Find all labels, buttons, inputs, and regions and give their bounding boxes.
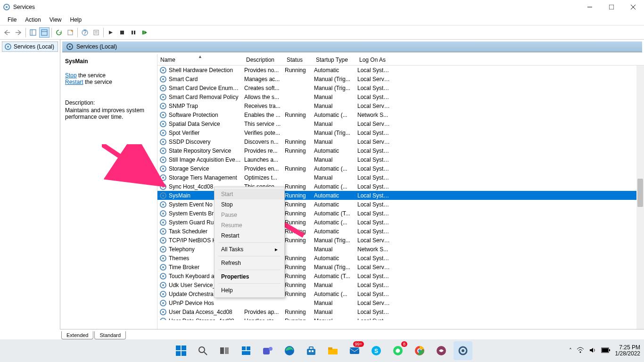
context-stop[interactable]: Stop — [215, 199, 284, 210]
column-status[interactable]: Status — [284, 55, 313, 65]
cell-description: This service ... — [244, 121, 285, 127]
context-refresh[interactable]: Refresh — [215, 258, 284, 268]
taskbar: 99+ S 8 ˄ 7:25 PM 1/28/2022 — [0, 339, 644, 362]
stop-service-button[interactable] — [117, 27, 127, 38]
cell-logon: Network S... — [357, 112, 393, 118]
chrome-icon[interactable] — [410, 341, 429, 360]
cell-logon: Local Syste... — [357, 174, 393, 181]
service-row[interactable]: Smart Card Removal PolicyAllows the s...… — [157, 92, 644, 101]
restart-service-button[interactable] — [140, 27, 150, 38]
start-button[interactable] — [172, 341, 190, 360]
tab-standard[interactable]: Standard — [94, 331, 126, 339]
edge-icon[interactable] — [280, 341, 299, 360]
service-row[interactable]: User Data Access_4cd08Provides ap...Runn… — [157, 307, 644, 316]
mail-icon[interactable]: 99+ — [345, 341, 364, 360]
scrollbar-thumb[interactable] — [637, 179, 643, 207]
tree-item-services-local[interactable]: Services (Local) — [2, 41, 58, 52]
service-icon — [159, 111, 167, 119]
cell-logon: Local Service — [357, 103, 393, 109]
maximize-button[interactable] — [601, 0, 622, 14]
file-explorer-icon[interactable] — [323, 341, 342, 360]
teams-icon[interactable] — [258, 341, 277, 360]
service-row[interactable]: Spatial Data ServiceThis service ...Manu… — [157, 119, 644, 128]
menu-file[interactable]: File — [4, 16, 20, 24]
context-all-tasks[interactable]: All Tasks▸ — [215, 244, 284, 255]
description-text: Maintains and improves system performanc… — [65, 107, 152, 120]
menu-help[interactable]: Help — [66, 16, 86, 24]
service-row[interactable]: User Data Storage_4cd08Handles sto...Run… — [157, 316, 644, 320]
wifi-icon[interactable] — [577, 346, 584, 355]
cell-status: Running — [285, 67, 314, 74]
context-restart[interactable]: Restart — [215, 230, 284, 241]
service-row[interactable]: State Repository ServiceProvides re...Ru… — [157, 146, 644, 155]
vertical-scrollbar[interactable] — [636, 66, 644, 329]
service-row[interactable]: Software ProtectionEnables the ...Runnin… — [157, 110, 644, 119]
export-list-button[interactable] — [65, 27, 75, 38]
forward-button[interactable] — [13, 27, 24, 38]
svg-rect-13 — [94, 30, 99, 35]
skype-icon[interactable]: S — [367, 341, 386, 360]
task-view-button[interactable] — [215, 341, 234, 360]
show-hide-results-button[interactable] — [39, 27, 50, 38]
store-icon[interactable] — [302, 341, 321, 360]
restart-service-link[interactable]: Restart — [65, 79, 83, 85]
menu-view[interactable]: View — [46, 16, 66, 24]
service-row[interactable]: SNMP TrapReceives tra...ManualLocal Serv… — [157, 101, 644, 110]
service-row[interactable]: Spot VerifierVerifies pote...Manual (Tri… — [157, 128, 644, 137]
context-properties[interactable]: Properties — [215, 272, 284, 282]
clock[interactable]: 7:25 PM 1/28/2022 — [615, 345, 640, 357]
service-row[interactable]: Smart CardManages ac...Manual (Trig...Lo… — [157, 74, 644, 83]
column-name[interactable]: ▲Name — [157, 55, 243, 65]
whatsapp-icon[interactable]: 8 — [388, 341, 407, 360]
stop-service-link[interactable]: Stop — [65, 72, 77, 79]
svg-point-75 — [162, 293, 164, 295]
context-help[interactable]: Help — [215, 285, 284, 296]
cell-startup: Manual — [314, 282, 357, 288]
cell-startup: Manual (Trig... — [314, 264, 357, 271]
widgets-button[interactable] — [237, 341, 256, 360]
tray-chevron-icon[interactable]: ˄ — [569, 347, 572, 354]
column-description[interactable]: Description — [243, 55, 284, 65]
start-service-button[interactable] — [106, 27, 116, 38]
app-icon-purple[interactable] — [432, 341, 451, 360]
close-button[interactable] — [622, 0, 644, 14]
minimize-button[interactable] — [579, 0, 601, 14]
service-row[interactable]: Shell Hardware DetectionProvides no...Ru… — [157, 66, 644, 74]
svg-point-65 — [162, 248, 164, 250]
svg-point-77 — [162, 302, 164, 304]
cell-status: Running — [285, 237, 314, 244]
services-taskbar-icon[interactable] — [454, 341, 472, 360]
cell-startup: Manual — [314, 318, 357, 321]
help-button[interactable]: ? — [80, 27, 90, 38]
svg-point-27 — [162, 78, 164, 80]
cell-status: Running — [285, 318, 314, 321]
refresh-button[interactable] — [54, 27, 64, 38]
battery-icon[interactable] — [601, 347, 611, 354]
tab-extended[interactable]: Extended — [61, 331, 93, 339]
menu-action[interactable]: Action — [21, 16, 44, 24]
properties-button[interactable] — [91, 27, 101, 38]
service-icon — [159, 263, 167, 271]
service-icon — [159, 102, 167, 110]
column-startup-type[interactable]: Startup Type — [313, 55, 356, 65]
volume-icon[interactable] — [589, 346, 596, 355]
service-icon — [159, 308, 167, 316]
service-row[interactable]: Storage Tiers ManagementOptimizes t...Ma… — [157, 173, 644, 182]
search-button[interactable] — [193, 341, 212, 360]
service-row[interactable]: UPnP Device HosManualLocal Service — [157, 298, 644, 307]
pause-service-button[interactable] — [128, 27, 139, 38]
service-row[interactable]: Smart Card Device Enumera...Creates soft… — [157, 83, 644, 92]
whatsapp-badge: 8 — [401, 341, 407, 347]
cell-logon: Local Syste... — [357, 309, 393, 315]
cell-logon: Local Syste... — [357, 67, 393, 74]
column-logon-as[interactable]: Log On As — [356, 55, 392, 65]
service-row[interactable]: SSDP DiscoveryDiscovers n...RunningManua… — [157, 137, 644, 146]
service-row[interactable]: Still Image Acquisition EventsLaunches a… — [157, 155, 644, 164]
cell-logon: Local Syste... — [357, 148, 393, 154]
context-menu: Start Stop Pause Resume Restart All Task… — [214, 187, 285, 298]
svg-point-55 — [162, 204, 164, 206]
cell-status: Running — [285, 210, 314, 217]
service-row[interactable]: Storage ServiceProvides en...RunningAuto… — [157, 164, 644, 173]
back-button[interactable] — [2, 27, 12, 38]
show-hide-tree-button[interactable] — [28, 27, 38, 38]
